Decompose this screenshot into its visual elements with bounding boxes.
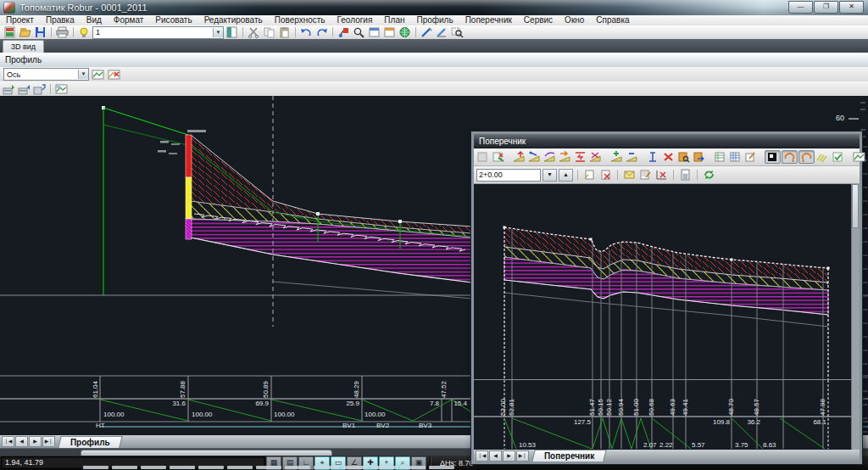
tab-cross-section[interactable]: Поперечник — [531, 450, 607, 462]
title-bar[interactable]: Топоматик Robur - 0001_2011 — ❐ ✕ — [0, 0, 868, 16]
snap-icon[interactable] — [337, 26, 351, 38]
station-next-icon[interactable]: ▲ — [559, 169, 573, 182]
station-prev-icon[interactable]: ▼ — [542, 169, 557, 182]
level-between-icon[interactable] — [573, 151, 587, 163]
rotate-right-icon[interactable] — [782, 150, 798, 164]
delete-point-icon[interactable] — [625, 151, 639, 163]
open-section-icon[interactable] — [476, 151, 490, 163]
preview-image-icon[interactable] — [852, 151, 866, 163]
template-apply-icon[interactable] — [692, 151, 706, 163]
undo-icon[interactable] — [299, 26, 314, 38]
cut-icon[interactable] — [247, 26, 261, 38]
first-tab-icon[interactable]: ❘◀ — [2, 436, 14, 447]
delete-sheet-icon[interactable] — [598, 169, 613, 181]
menu-item[interactable]: Поперечник — [459, 15, 518, 25]
cross-section-station-toolbar: ▼ ▲ — [474, 166, 860, 184]
export-section-icon[interactable] — [491, 151, 505, 163]
chevron-down-icon[interactable]: ▼ — [213, 28, 223, 37]
cross-section-canvas[interactable] — [474, 184, 860, 379]
menu-item[interactable]: Вид — [81, 15, 108, 25]
layers-bulb-icon[interactable] — [77, 26, 92, 38]
trim-slope-icon[interactable] — [588, 151, 603, 163]
application-window: Топоматик Robur - 0001_2011 — ❐ ✕ Проект… — [0, 0, 868, 470]
add-point-icon[interactable] — [609, 151, 624, 163]
menu-item[interactable]: Справка — [590, 15, 635, 25]
close-button[interactable]: ✕ — [839, 1, 864, 14]
copy-icon[interactable] — [262, 26, 276, 38]
open-icon[interactable] — [18, 26, 32, 38]
paste-icon[interactable] — [277, 26, 292, 38]
prev-tab-icon[interactable]: ◀ — [15, 436, 28, 447]
form-edit-icon[interactable] — [638, 169, 653, 181]
measure-angle-icon[interactable] — [435, 26, 449, 38]
tab-profile[interactable]: Профиль — [58, 436, 122, 448]
menu-item[interactable]: Формат — [108, 15, 150, 25]
prev-tab-icon[interactable]: ◀ — [489, 450, 502, 462]
save-icon[interactable] — [33, 26, 47, 38]
rotate-left-icon[interactable] — [798, 150, 815, 164]
axis-combobox[interactable]: Ось ▼ — [3, 68, 89, 81]
measure-icon[interactable] — [420, 26, 434, 38]
slope-curve-icon[interactable] — [542, 151, 557, 163]
surface-up-icon[interactable] — [2, 83, 16, 95]
restore-button[interactable]: ❐ — [814, 1, 838, 14]
first-tab-icon[interactable]: ❘◀ — [476, 450, 488, 462]
menu-item[interactable]: Профиль — [410, 15, 459, 25]
menu-item[interactable]: Поверхность — [269, 15, 331, 25]
next-tab-icon[interactable]: ▶ — [503, 450, 515, 462]
last-tab-icon[interactable]: ▶❘ — [42, 436, 55, 447]
chevron-down-icon[interactable]: ▼ — [78, 70, 88, 79]
surface-edit-icon[interactable] — [743, 151, 758, 163]
panel-toggle-icon[interactable] — [225, 26, 239, 38]
tab-3d-view[interactable]: 3D вид — [3, 40, 44, 53]
new-drawing-icon[interactable] — [3, 26, 17, 38]
menu-item[interactable]: Редактировать — [198, 15, 269, 25]
calculator-icon[interactable] — [678, 169, 693, 181]
minimize-button[interactable]: — — [788, 1, 813, 14]
properties-window-icon[interactable] — [367, 26, 381, 38]
menu-item[interactable]: План — [378, 15, 410, 25]
template-book-icon[interactable] — [676, 151, 691, 163]
datum-icon[interactable] — [646, 151, 660, 163]
hatch-toggle-icon[interactable] — [815, 151, 830, 163]
surface-down-icon[interactable] — [17, 83, 31, 95]
menu-item[interactable]: Проект — [0, 15, 40, 25]
menu-item[interactable]: Правка — [40, 15, 81, 25]
station-input[interactable] — [476, 169, 541, 182]
view-extents-icon[interactable] — [765, 150, 781, 164]
vertical-scrollbar[interactable] — [851, 184, 860, 450]
chart-delete-icon[interactable] — [654, 169, 669, 181]
web-icon[interactable] — [398, 26, 412, 38]
menu-item[interactable]: Сервис — [518, 15, 559, 25]
zoom-tools-icon[interactable] — [352, 26, 366, 38]
new-sheet-icon[interactable] — [582, 169, 597, 181]
apply-check-icon[interactable] — [831, 151, 845, 163]
profile-image-icon[interactable] — [91, 69, 105, 81]
menu-item[interactable]: Геология — [331, 15, 379, 25]
print-icon[interactable] — [55, 26, 70, 38]
styles-window-icon[interactable] — [382, 26, 397, 38]
surface-grid-icon[interactable] — [728, 151, 743, 163]
refresh-icon[interactable] — [702, 169, 716, 181]
next-tab-icon[interactable]: ▶ — [29, 436, 42, 447]
zoom-region-icon[interactable] — [450, 26, 465, 38]
note-icon[interactable] — [622, 169, 637, 181]
menu-item[interactable]: Окно — [559, 15, 590, 25]
edit-slope-icon[interactable] — [527, 151, 542, 163]
surface-query-icon[interactable] — [32, 83, 47, 95]
profile-panel-caption[interactable]: Профиль — [0, 53, 868, 68]
delete-section-icon[interactable] — [661, 151, 676, 163]
last-tab-icon[interactable]: ▶❘ — [516, 450, 529, 462]
layer-combobox[interactable]: 1 ▼ — [92, 26, 224, 39]
redo-icon[interactable] — [314, 26, 329, 38]
image-export-icon[interactable] — [54, 83, 69, 95]
cross-section-band-grid — [474, 380, 860, 450]
menu-item[interactable]: Рисовать — [149, 15, 198, 25]
surface-table-icon[interactable] — [713, 151, 727, 163]
cross-section-title-bar[interactable]: Поперечник — [474, 134, 860, 148]
cross-section-toolbar — [474, 148, 860, 166]
profile-clear-icon[interactable] — [107, 69, 121, 81]
shift-slope-icon[interactable] — [558, 151, 572, 163]
scrollbar-thumb[interactable] — [852, 184, 859, 228]
add-slope-icon[interactable] — [512, 151, 526, 163]
